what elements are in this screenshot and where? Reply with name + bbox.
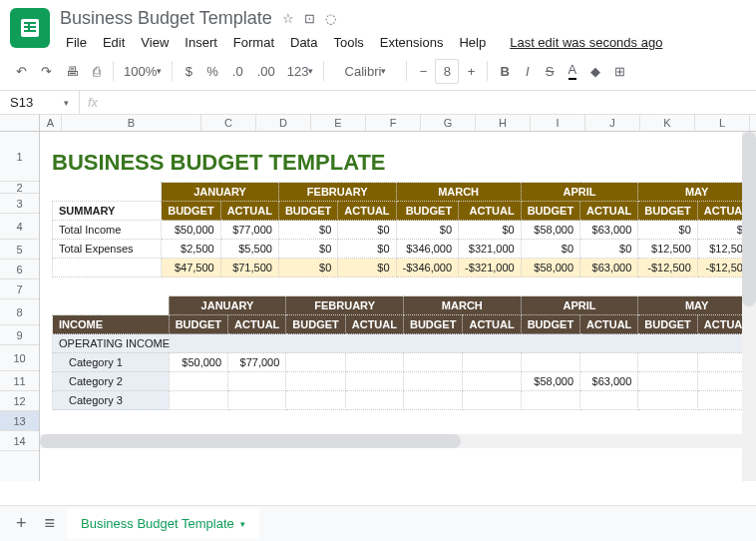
cell[interactable]: $321,000 xyxy=(459,240,522,259)
cell[interactable] xyxy=(228,391,286,410)
cell[interactable]: $0 xyxy=(580,240,638,259)
fill-color-icon[interactable]: ◆ xyxy=(584,60,606,83)
print-icon[interactable]: 🖶 xyxy=(60,60,85,83)
column-headers[interactable]: ABCDEFGHIJKL xyxy=(0,115,756,132)
cell[interactable]: -$321,000 xyxy=(459,259,522,277)
row-header[interactable]: 2 xyxy=(0,182,39,194)
vertical-scrollbar[interactable] xyxy=(742,132,756,481)
cell[interactable]: $0 xyxy=(521,240,579,259)
cell[interactable]: $63,000 xyxy=(580,259,638,277)
cell[interactable] xyxy=(345,353,403,372)
column-header[interactable]: C xyxy=(201,115,256,131)
cell[interactable]: -$12,500 xyxy=(638,259,697,277)
sheet-tab[interactable]: Business Budget Template xyxy=(67,508,259,539)
cell[interactable]: $0 xyxy=(459,221,522,240)
column-header[interactable]: F xyxy=(366,115,421,131)
add-sheet-icon[interactable]: + xyxy=(10,507,33,540)
cell[interactable] xyxy=(403,372,462,391)
cell[interactable] xyxy=(403,391,462,410)
strikethrough-icon[interactable]: S xyxy=(540,60,561,83)
cell[interactable] xyxy=(638,391,697,410)
cell[interactable]: $63,000 xyxy=(580,221,638,240)
column-header[interactable]: E xyxy=(311,115,366,131)
menu-edit[interactable]: Edit xyxy=(97,33,131,52)
cell[interactable]: $0 xyxy=(278,259,337,277)
cell[interactable] xyxy=(521,391,579,410)
row-header[interactable]: 14 xyxy=(0,431,39,451)
cell[interactable] xyxy=(403,353,462,372)
cell[interactable] xyxy=(463,372,521,391)
cell[interactable]: $0 xyxy=(278,240,337,259)
row-header[interactable]: 13 xyxy=(0,411,39,431)
cell[interactable]: $63,000 xyxy=(580,372,638,391)
column-header[interactable]: K xyxy=(640,115,695,131)
all-sheets-icon[interactable]: ≡ xyxy=(39,507,62,540)
column-header[interactable]: J xyxy=(585,115,640,131)
cell[interactable]: $2,500 xyxy=(162,240,220,259)
row-header[interactable]: 3 xyxy=(0,194,39,214)
cell[interactable]: $346,000 xyxy=(396,240,459,259)
column-header[interactable]: G xyxy=(421,115,476,131)
cell[interactable]: $0 xyxy=(338,221,396,240)
cell[interactable]: $0 xyxy=(338,240,396,259)
cell[interactable]: $0 xyxy=(396,221,459,240)
cell[interactable]: $50,000 xyxy=(162,221,220,240)
menu-data[interactable]: Data xyxy=(284,33,323,52)
menu-insert[interactable]: Insert xyxy=(179,33,223,52)
number-format-dropdown[interactable]: 123 xyxy=(283,62,318,81)
font-size-input[interactable]: 8 xyxy=(435,59,459,84)
move-icon[interactable]: ⊡ xyxy=(304,11,315,26)
undo-icon[interactable]: ↶ xyxy=(10,60,33,83)
italic-icon[interactable]: I xyxy=(518,60,538,83)
cell[interactable] xyxy=(463,391,521,410)
cell[interactable]: $50,000 xyxy=(169,353,227,372)
cell[interactable]: $0 xyxy=(338,259,396,277)
cell[interactable] xyxy=(286,391,345,410)
column-header[interactable]: B xyxy=(62,115,201,131)
menu-help[interactable]: Help xyxy=(453,33,492,52)
menu-format[interactable]: Format xyxy=(227,33,280,52)
cell[interactable]: $71,500 xyxy=(220,259,278,277)
row-header[interactable]: 4 xyxy=(0,214,39,240)
horizontal-scrollbar[interactable] xyxy=(40,434,742,448)
row-header[interactable]: 12 xyxy=(0,391,39,411)
cell[interactable]: -$346,000 xyxy=(396,259,459,277)
cell[interactable] xyxy=(286,353,345,372)
cell[interactable]: $47,500 xyxy=(162,259,220,277)
row-header[interactable]: 1 xyxy=(0,132,39,182)
cell[interactable]: $58,000 xyxy=(521,259,579,277)
row-header[interactable]: 10 xyxy=(0,345,39,371)
row-header[interactable]: 8 xyxy=(0,299,39,325)
cell[interactable] xyxy=(345,372,403,391)
row-header[interactable]: 9 xyxy=(0,325,39,345)
increase-decimal-icon[interactable]: .00 xyxy=(251,60,281,83)
name-box[interactable]: S13 xyxy=(0,91,80,114)
cell[interactable]: $0 xyxy=(278,221,337,240)
bold-icon[interactable]: B xyxy=(494,60,515,83)
column-header[interactable]: L xyxy=(695,115,750,131)
percent-icon[interactable]: % xyxy=(200,60,224,83)
cell[interactable]: $5,500 xyxy=(220,240,278,259)
text-color-icon[interactable]: A xyxy=(563,58,583,84)
cell[interactable]: $12,500 xyxy=(638,240,697,259)
column-header[interactable]: A xyxy=(40,115,62,131)
cell[interactable] xyxy=(286,372,345,391)
row-header[interactable]: 7 xyxy=(0,279,39,299)
last-edit-link[interactable]: Last edit was seconds ago xyxy=(504,33,668,52)
cell[interactable] xyxy=(580,391,638,410)
font-size-increase[interactable]: + xyxy=(461,60,481,83)
row-header[interactable]: 11 xyxy=(0,371,39,391)
cell[interactable] xyxy=(580,353,638,372)
zoom-dropdown[interactable]: 100% xyxy=(120,62,166,81)
document-title[interactable]: Business Budget Template xyxy=(60,8,272,29)
cell[interactable] xyxy=(228,372,286,391)
cell[interactable]: $0 xyxy=(638,221,697,240)
cell[interactable]: $58,000 xyxy=(521,372,579,391)
cell[interactable] xyxy=(638,372,697,391)
row-header[interactable]: 5 xyxy=(0,240,39,260)
paint-format-icon[interactable]: ⎙ xyxy=(87,60,107,83)
column-header[interactable]: I xyxy=(531,115,585,131)
sheets-logo[interactable] xyxy=(10,8,50,48)
cell[interactable] xyxy=(521,353,579,372)
redo-icon[interactable]: ↷ xyxy=(35,60,58,83)
